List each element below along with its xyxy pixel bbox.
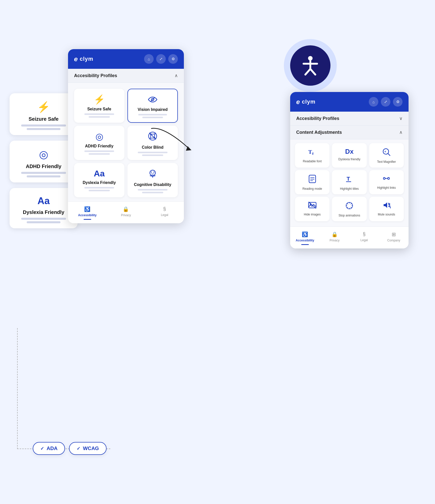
seizure-title: Seizure Safe [78, 107, 120, 111]
adj-highlight-titles[interactable]: T Highlight titles [332, 170, 366, 195]
tab-privacy-back[interactable]: 🔒 Privacy [107, 205, 145, 221]
settings-button-back[interactable]: ⚙ [168, 54, 178, 64]
line-1 [21, 124, 66, 127]
adj-reading-mode[interactable]: Reading mode [295, 170, 329, 195]
cognitive-title: Cognitive Disability [131, 182, 174, 187]
expand-button-front[interactable]: ⤢ [381, 97, 390, 107]
settings-button-front[interactable]: ⚙ [393, 97, 403, 107]
tab-company-front[interactable]: ⊞ Company [379, 230, 409, 246]
ada-badge: ✓ ADA [33, 442, 65, 455]
line-2 [27, 128, 60, 130]
hide-images-label: Hide images [297, 213, 327, 217]
legal-tab-label-front: Legal [360, 238, 368, 242]
adj-mute-sounds[interactable]: Mute sounds [369, 197, 404, 221]
adj-dyslexia-friendly[interactable]: Dx Dyslexia friendly [332, 143, 366, 168]
profile-seizure-safe[interactable]: ⚡ Seizure Safe [74, 89, 124, 123]
accessibility-fab[interactable] [284, 39, 337, 92]
stop-animations-label: Stop animations [334, 214, 364, 218]
legal-tab-icon-front: § [363, 231, 365, 237]
clym-logo-back: e clym [74, 55, 93, 63]
adj-text-magnifier[interactable]: + Text Magnifier [369, 143, 404, 168]
widget-front: e clym ⌂ ⤢ ⚙ Accesibility Profiles ∨ Con… [290, 92, 409, 248]
profiles-chevron-back: ∧ [175, 73, 178, 78]
tab-accessibility-front[interactable]: ♿ Accessibility [290, 230, 320, 246]
accessibility-fab-inner [290, 45, 330, 86]
dyslexia-lines [16, 218, 72, 223]
svg-line-33 [347, 204, 348, 204]
profile-vision-impaired[interactable]: Vision Impaired [127, 89, 178, 123]
accessibility-tab-icon-front: ♿ [302, 231, 308, 237]
company-tab-icon-front: ⊞ [392, 231, 396, 237]
stack-card-dyslexia-friendly: Aa Dyslexia Friendly [10, 188, 78, 228]
logo-text-front: clym [302, 99, 315, 105]
accessibility-icon [299, 54, 322, 77]
profile-dyslexia-friendly[interactable]: Aa Dyslexia Friendly [74, 163, 124, 197]
active-bar [84, 219, 91, 220]
profiles-section-title-front: Accesibility Profiles [296, 116, 339, 121]
ada-check: ✓ [40, 446, 44, 451]
line-1 [21, 172, 66, 174]
dashed-line-vertical-left [17, 328, 18, 449]
accessibility-tab-icon: ♿ [84, 206, 90, 212]
svg-text:T: T [347, 176, 350, 182]
profile-cognitive-disability[interactable]: Cognitive Disability [127, 163, 178, 197]
legal-tab-label: Legal [161, 213, 168, 217]
dyslexia-friendly-icon: Dx [334, 148, 364, 155]
text-magnifier-label: Text Magnifier [372, 160, 401, 164]
adhd-icon: ◎ [78, 131, 120, 142]
hide-images-icon [297, 201, 327, 211]
accessibility-tab-label: Accessibility [78, 213, 96, 217]
svg-line-35 [351, 204, 351, 204]
vision-title: Vision Impaired [132, 107, 173, 112]
adj-readable-font[interactable]: T т Readable font [295, 143, 329, 168]
svg-line-16 [388, 153, 390, 156]
compliance-badges: ✓ ADA ✓ WCAG [33, 442, 107, 455]
profiles-section-bar-front[interactable]: Accesibility Profiles ∨ [290, 112, 409, 125]
accessibility-tab-label-front: Accessibility [296, 239, 314, 242]
adj-highlight-links[interactable]: Highlight links [369, 170, 404, 195]
tab-accessibility-back[interactable]: ♿ Accessibility [68, 205, 107, 221]
wcag-label: WCAG [83, 446, 99, 451]
scene: ⚡ Seizure Safe ◎ ADHD Friendly Aa Dyslex… [0, 0, 435, 504]
svg-line-3 [305, 69, 310, 75]
adj-stop-animations[interactable]: Stop animations [332, 197, 366, 221]
widget-front-header: e clym ⌂ ⤢ ⚙ [290, 92, 409, 112]
widget-back-footer: ♿ Accessibility 🔒 Privacy § Legal [68, 201, 184, 223]
line-1 [21, 218, 66, 220]
header-buttons-back: ⌂ ⤢ ⚙ [144, 54, 178, 64]
svg-point-11 [153, 172, 154, 173]
tab-privacy-front[interactable]: 🔒 Privacy [320, 230, 350, 246]
wcag-check: ✓ [77, 446, 80, 451]
wcag-badge: ✓ WCAG [69, 442, 106, 455]
line-2 [27, 175, 60, 177]
seizure-safe-title: Seizure Safe [16, 116, 72, 122]
cognitive-icon [131, 169, 174, 180]
reading-mode-icon [297, 175, 327, 185]
adhd-title: ADHD Friendly [16, 164, 72, 169]
seizure-icon: ⚡ [78, 94, 120, 105]
dyslexia-title: Dyslexia Friendly [16, 209, 72, 215]
logo-icon: e [74, 55, 78, 63]
line-2 [27, 221, 60, 223]
tab-legal-front[interactable]: § Legal [349, 230, 379, 246]
svg-text:+: + [384, 150, 386, 153]
widget-front-footer: ♿ Accessibility 🔒 Privacy § Legal ⊞ Comp… [290, 227, 409, 248]
seizure-safe-icon: ⚡ [16, 101, 72, 113]
home-button-front[interactable]: ⌂ [369, 97, 378, 107]
privacy-tab-label: Privacy [121, 213, 131, 217]
stop-animations-icon [334, 201, 364, 212]
readable-font-label: Readable font [297, 160, 327, 164]
svg-line-4 [310, 69, 315, 75]
adjustments-section-bar[interactable]: Content Adjustments ∧ [290, 125, 409, 139]
expand-button-back[interactable]: ⤢ [156, 54, 166, 64]
active-bar-front [301, 244, 309, 245]
profiles-section-bar-back[interactable]: Accesibility Profiles ∧ [68, 69, 184, 83]
profile-adhd-friendly[interactable]: ◎ ADHD Friendly [74, 126, 124, 160]
adhd-lines [78, 150, 120, 155]
tab-legal-back[interactable]: § Legal [145, 205, 184, 221]
highlight-links-label: Highlight links [372, 186, 401, 190]
adj-hide-images[interactable]: Hide images [295, 197, 329, 221]
highlight-titles-label: Highlight titles [334, 187, 364, 191]
home-button-back[interactable]: ⌂ [144, 54, 154, 64]
dyslexia-icon: Aa [16, 196, 72, 206]
